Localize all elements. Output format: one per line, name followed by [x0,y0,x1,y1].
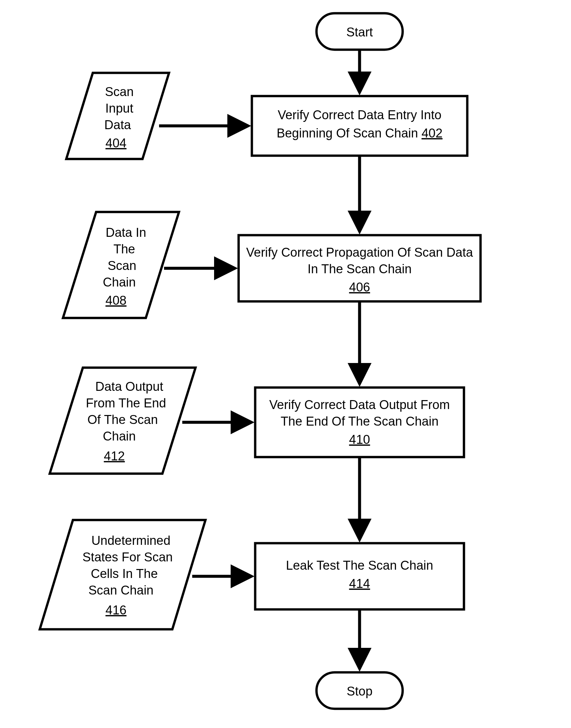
data-1-l1: Scan [105,85,134,99]
terminal-stop-label: Stop [347,684,372,698]
data-2-ref: 408 [105,293,126,307]
data-4-l4: Scan Chain [89,583,153,597]
process-4-ref: 414 [349,577,370,591]
process-3-line2: The End Of The Scan Chain [281,414,439,428]
data-3-l1: Data Output [95,380,163,394]
flowchart-svg: Start Stop Verify Correct Data Entry Int… [0,0,571,728]
process-1-line1: Verify Correct Data Entry Into [278,108,441,122]
data-2-l1: Data In [106,226,146,240]
data-1-l2: Input [105,101,133,115]
data-2-l4: Chain [103,275,135,289]
process-3-line1: Verify Correct Data Output From [269,398,450,412]
process-2-ref: 406 [349,280,370,294]
process-4-line1: Leak Test The Scan Chain [286,558,433,572]
data-2-l2: The [113,242,135,256]
process-3-ref: 410 [349,433,370,446]
data-2-l3: Scan [108,259,136,273]
data-4-l1: Undetermined [92,534,171,548]
data-3-l4: Chain [103,429,135,443]
terminal-start-label: Start [346,25,373,39]
data-3-ref: 412 [104,449,125,463]
data-3-l2: From The End [86,396,166,410]
process-box-4 [255,543,464,609]
process-2-line1: Verify Correct Propagation Of Scan Data [246,246,473,259]
data-1-ref: 404 [105,136,126,150]
data-1-l3: Data [104,118,131,132]
process-1-line2: Beginning Of Scan Chain 402 [277,126,443,140]
data-3-l3: Of The Scan [88,413,158,427]
process-2-line2: In The Scan Chain [308,262,412,276]
process-box-1 [252,96,467,156]
data-4-l3: Cells In The [91,567,158,581]
data-4-l2: States For Scan [83,550,173,564]
data-4-ref: 416 [105,603,126,617]
